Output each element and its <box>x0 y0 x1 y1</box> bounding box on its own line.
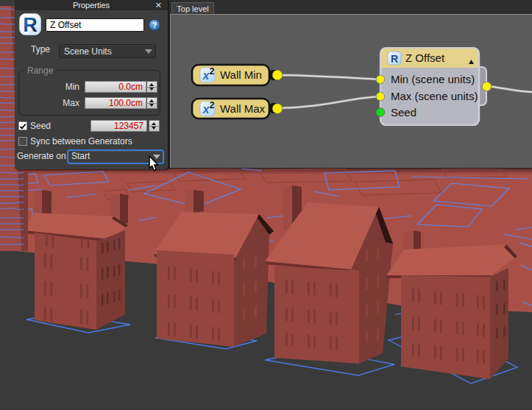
svg-text:R: R <box>391 53 398 65</box>
svg-text:Seed: Seed <box>391 106 416 119</box>
svg-text:Z Offset: Z Offset <box>405 52 445 64</box>
svg-text:?: ? <box>152 21 157 29</box>
svg-text:Min (scene units): Min (scene units) <box>391 73 475 85</box>
svg-text:R: R <box>23 14 38 35</box>
svg-text:2: 2 <box>210 100 215 110</box>
svg-text:Wall Min: Wall Min <box>220 68 262 81</box>
svg-text:Max (scene units): Max (scene units) <box>391 90 478 102</box>
svg-text:Wall Max: Wall Max <box>220 102 266 115</box>
svg-text:2: 2 <box>210 66 215 77</box>
